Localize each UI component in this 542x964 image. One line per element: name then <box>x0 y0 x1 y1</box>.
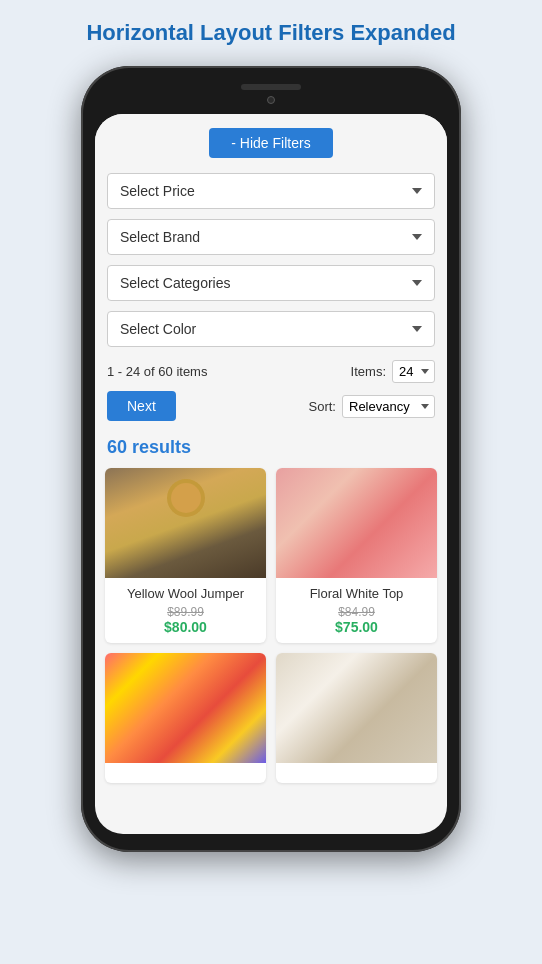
results-heading: 60 results <box>95 429 447 468</box>
categories-filter-select[interactable]: Select Categories <box>107 265 435 301</box>
next-button[interactable]: Next <box>107 391 176 421</box>
filter-color-row: Select Color <box>95 306 447 352</box>
page-title: Horizontal Layout Filters Expanded <box>66 20 475 46</box>
product-original-price-1: $89.99 <box>113 605 258 619</box>
product-card-2[interactable]: Floral White Top $84.99 $75.00 <box>276 468 437 643</box>
product-name-2: Floral White Top <box>284 586 429 601</box>
product-info-1: Yellow Wool Jumper $89.99 $80.00 <box>105 578 266 643</box>
product-card-4[interactable] <box>276 653 437 783</box>
items-label: Items: <box>351 364 386 379</box>
color-filter-select[interactable]: Select Color <box>107 311 435 347</box>
phone-camera <box>267 96 275 104</box>
sort-select[interactable]: Relevancy <box>342 395 435 418</box>
product-name-1: Yellow Wool Jumper <box>113 586 258 601</box>
filter-price-row: Select Price <box>95 168 447 214</box>
product-card-3[interactable] <box>105 653 266 783</box>
hide-filters-bar: - Hide Filters <box>95 114 447 168</box>
product-sale-price-1: $80.00 <box>113 619 258 635</box>
items-per-page-control: Items: 24 <box>351 360 435 383</box>
hide-filters-button[interactable]: - Hide Filters <box>209 128 332 158</box>
product-grid: Yellow Wool Jumper $89.99 $80.00 Floral … <box>95 468 447 793</box>
phone-speaker <box>241 84 301 90</box>
product-info-2: Floral White Top $84.99 $75.00 <box>276 578 437 643</box>
page-wrapper: Horizontal Layout Filters Expanded - Hid… <box>0 20 542 852</box>
product-original-price-2: $84.99 <box>284 605 429 619</box>
filter-brand-row: Select Brand <box>95 214 447 260</box>
phone-frame: - Hide Filters Select Price Select Brand <box>81 66 461 852</box>
product-info-3 <box>105 763 266 783</box>
product-image-2 <box>276 468 437 578</box>
pagination-info-row: 1 - 24 of 60 items Items: 24 <box>95 352 447 387</box>
product-image-4 <box>276 653 437 763</box>
phone-screen: - Hide Filters Select Price Select Brand <box>95 114 447 834</box>
brand-filter-select[interactable]: Select Brand <box>107 219 435 255</box>
screen-content: - Hide Filters Select Price Select Brand <box>95 114 447 793</box>
pagination-info: 1 - 24 of 60 items <box>107 364 207 379</box>
price-filter-select[interactable]: Select Price <box>107 173 435 209</box>
next-sort-row: Next Sort: Relevancy <box>95 387 447 429</box>
filter-categories-row: Select Categories <box>95 260 447 306</box>
product-sale-price-2: $75.00 <box>284 619 429 635</box>
product-card-1[interactable]: Yellow Wool Jumper $89.99 $80.00 <box>105 468 266 643</box>
items-per-page-select[interactable]: 24 <box>392 360 435 383</box>
sort-label: Sort: <box>309 399 336 414</box>
product-image-1 <box>105 468 266 578</box>
product-info-4 <box>276 763 437 783</box>
sort-control: Sort: Relevancy <box>309 395 435 418</box>
product-image-3 <box>105 653 266 763</box>
